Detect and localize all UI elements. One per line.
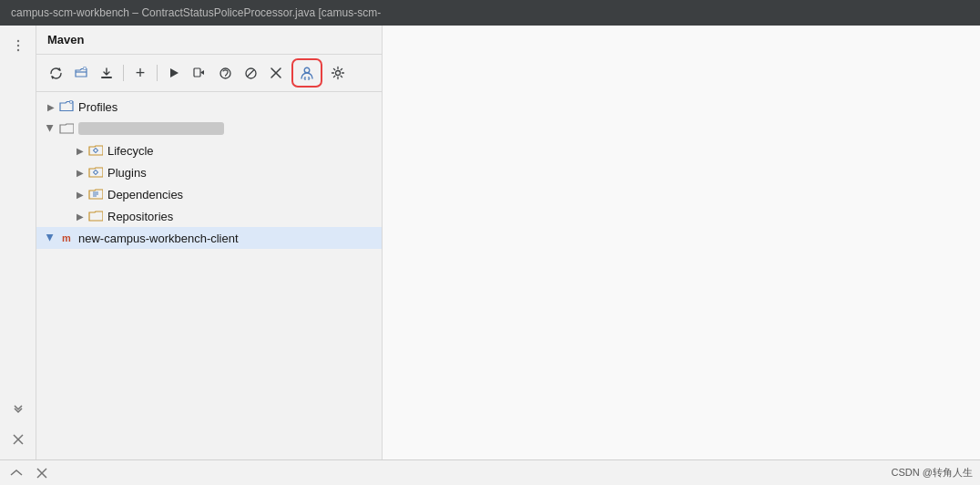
settings-button[interactable] xyxy=(326,61,350,85)
svg-line-14 xyxy=(247,69,254,77)
maven-tree: ▶ Profiles ▶ xyxy=(36,92,382,459)
maven-panel: Maven xyxy=(36,26,383,459)
download-button[interactable] xyxy=(95,61,118,85)
lifecycle-arrow: ▶ xyxy=(73,143,87,158)
plugins-icon xyxy=(87,164,104,181)
open-folder-button[interactable] xyxy=(69,61,93,85)
sidebar-more-icon[interactable] xyxy=(5,33,31,58)
submodule-arrow: ▶ xyxy=(44,231,58,245)
profiles-arrow: ▶ xyxy=(44,99,58,114)
expand-icon[interactable] xyxy=(7,464,26,482)
add-button[interactable]: + xyxy=(128,61,152,85)
svg-marker-9 xyxy=(170,68,179,77)
svg-point-2 xyxy=(16,49,18,51)
tree-item-plugins[interactable]: ▶ Plugins xyxy=(36,161,382,183)
tree-item-module[interactable]: ▶ xyxy=(36,118,382,139)
maven-toolbar: + xyxy=(36,55,382,92)
svg-point-1 xyxy=(16,45,18,46)
svg-point-22 xyxy=(336,71,341,76)
svg-rect-8 xyxy=(101,77,112,78)
repositories-label: Repositories xyxy=(107,210,173,223)
sidebar-bottom xyxy=(5,397,31,452)
show-profiles-button[interactable] xyxy=(295,61,319,85)
dependencies-label: Dependencies xyxy=(107,188,183,201)
separator-1 xyxy=(123,65,124,81)
tree-item-lifecycle[interactable]: ▶ Lifecycle xyxy=(36,139,382,161)
close-strip-icon[interactable] xyxy=(5,427,31,452)
toggle-button[interactable] xyxy=(213,61,237,85)
run-button[interactable] xyxy=(162,61,186,85)
svg-point-26 xyxy=(94,149,97,152)
reload-button[interactable] xyxy=(44,61,67,85)
titlebar-text: campus-scm-workbench – ContractStatusPol… xyxy=(11,6,381,19)
profiles-label: Profiles xyxy=(78,100,117,114)
tree-item-submodule[interactable]: ▶ m new-campus-workbench-client xyxy=(36,227,382,249)
lifecycle-icon xyxy=(87,142,104,159)
show-profiles-button-wrapper[interactable] xyxy=(291,58,322,88)
plugins-arrow: ▶ xyxy=(73,165,87,180)
svg-point-31 xyxy=(94,170,97,174)
module-icon xyxy=(58,120,75,137)
submodule-label: new-campus-workbench-client xyxy=(78,232,239,245)
bottom-bar: CSDN @转角人生 xyxy=(0,459,980,485)
close-bottom-icon[interactable] xyxy=(33,464,51,482)
watermark: CSDN @转角人生 xyxy=(892,466,973,480)
sidebar-strip xyxy=(0,26,36,459)
svg-point-0 xyxy=(16,40,18,42)
tree-item-repositories[interactable]: ▶ Repositories xyxy=(36,205,382,227)
plugins-label: Plugins xyxy=(107,166,147,180)
close-button[interactable] xyxy=(264,61,288,85)
module-label-blurred xyxy=(78,122,224,135)
dependencies-icon xyxy=(87,186,104,202)
add-icon: + xyxy=(136,65,146,81)
lifecycle-label: Lifecycle xyxy=(107,144,154,158)
tree-item-profiles[interactable]: ▶ Profiles xyxy=(36,96,382,118)
maven-header: Maven xyxy=(36,26,382,55)
content-area xyxy=(383,26,980,459)
profiles-folder-icon xyxy=(58,98,75,115)
tree-item-dependencies[interactable]: ▶ Dependencies xyxy=(36,183,382,205)
svg-rect-10 xyxy=(194,68,200,77)
separator-2 xyxy=(157,65,158,81)
main-layout: Maven xyxy=(0,26,980,459)
dependencies-arrow: ▶ xyxy=(73,187,87,201)
collapse-icon[interactable] xyxy=(5,397,31,423)
repositories-icon xyxy=(87,208,104,224)
repositories-arrow: ▶ xyxy=(73,209,87,223)
module-arrow: ▶ xyxy=(44,121,58,136)
titlebar: campus-scm-workbench – ContractStatusPol… xyxy=(0,0,980,26)
run-debug-button[interactable] xyxy=(188,61,211,85)
submodule-icon: m xyxy=(58,230,75,246)
svg-point-17 xyxy=(304,67,310,73)
svg-marker-11 xyxy=(200,70,204,75)
skip-button[interactable] xyxy=(239,61,262,85)
maven-title: Maven xyxy=(47,33,84,46)
